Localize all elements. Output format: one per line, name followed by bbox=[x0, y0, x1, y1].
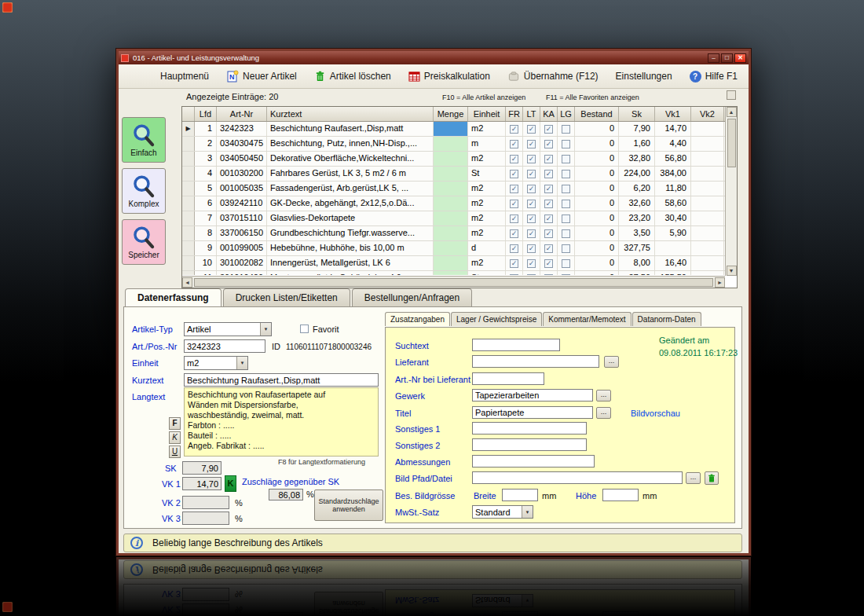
suchtext-input[interactable] bbox=[472, 339, 560, 351]
cell-sk[interactable]: 327,75 bbox=[619, 241, 655, 255]
grid-row[interactable]: 6039242110GK-Decke, abgehängt, 2x12,5,o.… bbox=[182, 196, 737, 211]
cell-ka[interactable]: ✓ bbox=[540, 122, 558, 136]
grid-row[interactable]: ▶13242323Beschichtung Raufasert.,Disp,ma… bbox=[182, 122, 737, 137]
cell-vk1[interactable]: 14,70 bbox=[655, 122, 691, 136]
subtab-kommentar-memotext[interactable]: Kommentar/Memotext bbox=[543, 312, 631, 326]
cell-lfd[interactable]: 4 bbox=[195, 167, 217, 181]
cell-menge[interactable] bbox=[434, 167, 468, 181]
cell-lfd[interactable]: 10 bbox=[195, 256, 217, 270]
row-selector[interactable] bbox=[182, 167, 195, 181]
cell-bestand[interactable]: 0 bbox=[575, 211, 619, 226]
cell-vk1[interactable]: 58,60 bbox=[655, 196, 691, 211]
cell-fr[interactable]: ✓ bbox=[506, 182, 523, 196]
toolbar-uebernahme[interactable]: Übernahme (F12) bbox=[499, 68, 607, 86]
cell-sk[interactable]: 1,60 bbox=[619, 137, 655, 151]
cell-menge[interactable] bbox=[434, 122, 468, 136]
toolbar-neuer-artikel[interactable]: N Neuer Artikel bbox=[218, 67, 306, 86]
cell-vk2[interactable] bbox=[691, 211, 724, 226]
cell-bestand[interactable]: 0 bbox=[575, 152, 619, 166]
scroll-up-icon[interactable]: ▲ bbox=[727, 107, 737, 117]
cell-sk[interactable]: 3,50 bbox=[619, 226, 655, 240]
cell-fr[interactable]: ✓ bbox=[506, 196, 523, 211]
column-header-menge[interactable]: Menge bbox=[434, 107, 468, 121]
row-selector[interactable] bbox=[182, 256, 195, 270]
cell-bestand[interactable]: 0 bbox=[575, 271, 619, 275]
cell-lt[interactable]: ✓ bbox=[523, 196, 540, 211]
row-selector[interactable] bbox=[182, 211, 195, 226]
column-header-bestand[interactable]: Bestand bbox=[575, 107, 619, 121]
tab-bestellungen[interactable]: Bestellungen/Anfragen bbox=[352, 288, 472, 306]
titel-browse-button[interactable]: ... bbox=[596, 407, 611, 419]
cell-vk1[interactable]: 384,00 bbox=[655, 167, 691, 181]
cell-lg[interactable] bbox=[558, 241, 575, 255]
cell-kurztext[interactable]: Fassadengerüst, Arb.gerüst,LK 5, ... bbox=[267, 182, 434, 196]
column-header-lfd[interactable]: Lfd bbox=[195, 107, 217, 121]
cell-vk2[interactable] bbox=[691, 241, 724, 255]
cell-artnr[interactable]: 301010420 bbox=[217, 271, 267, 275]
cell-sk[interactable]: 7,90 bbox=[619, 122, 655, 136]
row-selector[interactable] bbox=[182, 182, 195, 196]
grid-horizontal-scrollbar[interactable]: ◄ ► bbox=[182, 276, 725, 288]
zuschlag-input[interactable] bbox=[269, 489, 303, 500]
mwst-select[interactable]: Standard ▼ bbox=[472, 505, 533, 519]
cell-vk2[interactable] bbox=[691, 271, 724, 275]
cell-lt[interactable]: ✓ bbox=[523, 256, 540, 270]
cell-lg[interactable] bbox=[558, 211, 575, 226]
cell-vk2[interactable] bbox=[691, 152, 724, 166]
toolbar-einstellungen[interactable]: Einstellungen bbox=[607, 68, 681, 85]
column-header-lt[interactable]: LT bbox=[523, 107, 540, 121]
scrollbar-thumb[interactable] bbox=[194, 278, 713, 287]
cell-kurztext[interactable]: GK-Decke, abgehängt, 2x12,5,o.Dä... bbox=[267, 196, 434, 211]
cell-menge[interactable] bbox=[434, 196, 468, 211]
minimize-button[interactable]: – bbox=[708, 53, 719, 63]
grid-row[interactable]: 3034050450Dekorative Oberfläche,Wickelte… bbox=[182, 152, 737, 167]
cell-vk1[interactable] bbox=[655, 241, 691, 255]
cell-lt[interactable]: ✓ bbox=[523, 271, 540, 275]
cell-einheit[interactable]: m2 bbox=[468, 122, 506, 136]
grid-row[interactable]: 4001030200Fahrbares Gerüst, LK 3, 5 m2 /… bbox=[182, 167, 737, 182]
abmessungen-input[interactable] bbox=[472, 455, 595, 468]
subtab-zusatzangaben[interactable]: Zusatzangaben bbox=[385, 312, 450, 326]
bildvorschau-link[interactable]: Bildvorschau bbox=[631, 409, 680, 418]
hoehe-input[interactable] bbox=[602, 489, 639, 501]
vk1-input[interactable] bbox=[182, 477, 221, 490]
cell-lg[interactable] bbox=[558, 256, 575, 270]
cell-sk[interactable]: 6,20 bbox=[619, 182, 655, 196]
cell-vk1[interactable]: 4,40 bbox=[655, 137, 691, 151]
cell-sk[interactable]: 23,20 bbox=[619, 211, 655, 226]
cell-menge[interactable] bbox=[434, 211, 468, 226]
format-bold-button[interactable]: F bbox=[169, 417, 181, 430]
cell-lfd[interactable]: 6 bbox=[195, 196, 217, 211]
cell-kurztext[interactable]: Dekorative Oberfläche,Wickeltechni... bbox=[267, 152, 434, 166]
format-italic-button[interactable]: K bbox=[169, 431, 181, 444]
row-selector[interactable] bbox=[182, 196, 195, 211]
favorit-checkbox[interactable] bbox=[300, 324, 309, 333]
cell-vk2[interactable] bbox=[691, 182, 724, 196]
standardzuschlaege-button[interactable]: Standardzuschläge anwenden bbox=[314, 490, 383, 521]
cell-bestand[interactable]: 0 bbox=[575, 196, 619, 211]
cell-artnr[interactable]: 034030475 bbox=[217, 137, 267, 151]
cell-artnr[interactable]: 039242110 bbox=[217, 196, 267, 211]
cell-ka[interactable]: ✓ bbox=[540, 152, 558, 166]
cell-vk1[interactable]: 5,90 bbox=[655, 226, 691, 240]
cell-lg[interactable] bbox=[558, 122, 575, 136]
cell-bestand[interactable]: 0 bbox=[575, 256, 619, 270]
row-selector[interactable] bbox=[182, 152, 195, 166]
gewerk-input[interactable] bbox=[472, 389, 593, 402]
cell-ka[interactable]: ✓ bbox=[540, 226, 558, 240]
grid-row[interactable]: 5001005035Fassadengerüst, Arb.gerüst,LK … bbox=[182, 182, 737, 196]
cell-artnr[interactable]: 001005035 bbox=[217, 182, 267, 196]
cell-einheit[interactable]: m2 bbox=[468, 211, 506, 226]
sidebar-button-einfach[interactable]: Einfach bbox=[122, 117, 166, 163]
cell-lg[interactable] bbox=[558, 182, 575, 196]
row-selector[interactable] bbox=[182, 271, 195, 275]
cell-artnr[interactable]: 337006150 bbox=[217, 226, 267, 240]
sk-input[interactable] bbox=[182, 461, 221, 475]
column-header-vk1[interactable]: Vk1 bbox=[655, 107, 691, 121]
cell-kurztext[interactable]: Grundbeschichtung Tiefgr.wasserve... bbox=[267, 226, 434, 240]
cell-lg[interactable] bbox=[558, 152, 575, 166]
cell-einheit[interactable]: St bbox=[468, 271, 506, 275]
vk3-input[interactable] bbox=[182, 512, 229, 525]
sonstiges1-input[interactable] bbox=[472, 422, 587, 434]
column-header-art-nr[interactable]: Art-Nr bbox=[217, 107, 267, 121]
